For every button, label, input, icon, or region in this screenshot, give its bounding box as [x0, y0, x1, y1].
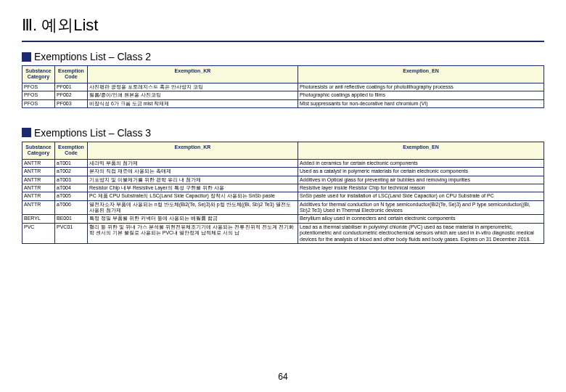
th-code: Exemption Code — [55, 66, 88, 83]
cell-category: PFOS — [22, 91, 55, 99]
th-category: Substance Category — [22, 142, 55, 159]
cell-en: Mist suppressants for non-decorative har… — [298, 99, 544, 107]
cell-category: ANTTR — [22, 168, 55, 176]
cell-en: Resistive layer inside Resistor Chip for… — [298, 184, 544, 192]
cell-code: BE001 — [55, 215, 88, 223]
cell-kr: 기포방지 및 이물제거를 위한 광학 유리 내 첨가제 — [88, 176, 298, 184]
section-class2-title: Exemptions List – Class 2 — [22, 51, 544, 62]
page-title: Ⅲ. 예외List — [22, 15, 544, 36]
cell-en: Photoresists or anti reflective coatings… — [298, 83, 544, 91]
table-row: ANTTRaT006열전자소자 부품에 사용되는 n형 반도체(Bi2(Te, … — [22, 200, 544, 215]
th-kr: Exemption_KR — [88, 66, 298, 83]
cell-category: BERYL — [22, 215, 55, 223]
title-rule — [22, 41, 544, 42]
table-row: ANTTRaT004Resistor Chip 내부 Resistive Lay… — [22, 184, 544, 192]
cell-code: PF001 — [55, 83, 88, 91]
cell-code: aT005 — [55, 192, 88, 200]
cell-en: Added in ceramics for certain electronic… — [298, 159, 544, 167]
cell-kr: 비장식성 6가 크롬 도금 mist 착제제 — [88, 99, 298, 107]
cell-en: Additives for thermal conduction on N ty… — [298, 200, 544, 215]
cell-category: PFOS — [22, 99, 55, 107]
table-row: ANTTRaT001세라믹 부품의 첨가제Added in ceramics f… — [22, 159, 544, 167]
cell-code: aT006 — [55, 200, 88, 215]
cell-kr: 혈리 등 위한 및 위내 가스 분석을 위현전유체조기기에 사용되는 전류 진위… — [88, 223, 298, 243]
cell-en: Used as a catalyst in polymeric material… — [298, 168, 544, 176]
table-row: PFOSPF002필름/종이/인쇄 원본용 사진코팅Photographic c… — [22, 91, 544, 99]
cell-category: ANTTR — [22, 159, 55, 167]
cell-en: Beryllium alloy used in connecters and c… — [298, 215, 544, 223]
th-en: Exemption_EN — [298, 66, 544, 83]
cell-kr: 분자의 직접 재료에 사용되는 촉매제 — [88, 168, 298, 176]
cell-category: ANTTR — [22, 184, 55, 192]
cell-en: Lead as a thermal stabiliser in polyviny… — [298, 223, 544, 243]
cell-code: aT004 — [55, 184, 88, 192]
th-kr: Exemption_KR — [88, 142, 298, 159]
cell-category: ANTTR — [22, 200, 55, 215]
cell-kr: 필름/종이/인쇄 원본용 사진코팅 — [88, 91, 298, 99]
bullet-icon — [22, 128, 31, 137]
cell-en: Photographic coatings applied to films — [298, 91, 544, 99]
section-title-text: Exemptions List – Class 2 — [34, 51, 151, 62]
th-category: Substance Category — [22, 66, 55, 83]
cell-category: PFOS — [22, 83, 55, 91]
cell-code: PF002 — [55, 91, 88, 99]
cell-code: PF003 — [55, 99, 88, 107]
cell-en: Additives in Optical glass for preventin… — [298, 176, 544, 184]
cell-kr: PC 제품 CPU Substrate의 LSC(Land Side Capac… — [88, 192, 298, 200]
table-row: PVCPVC01혈리 등 위한 및 위내 가스 분석을 위현전유체조기기에 사용… — [22, 223, 544, 243]
page-number: 64 — [0, 372, 566, 382]
cell-category: PVC — [22, 223, 55, 243]
exemptions-table-class2: Substance Category Exemption Code Exempt… — [22, 65, 544, 108]
cell-kr: 열전자소자 부품에 사용되는 n형 반도체(Bi2(Te, Se)3)와 p형 … — [88, 200, 298, 215]
table-row: ANTTRaT005PC 제품 CPU Substrate의 LSC(Land … — [22, 192, 544, 200]
section-class3-title: Exemptions List – Class 3 — [22, 127, 544, 139]
cell-en: SnSb paste used for installation of LSC(… — [298, 192, 544, 200]
cell-kr: 사진평판 공정용 포토레지스트 혹은 반사방지 코팅 — [88, 83, 298, 91]
table-row: ANTTRaT003기포방지 및 이물제거를 위한 광학 유리 내 첨가제Add… — [22, 176, 544, 184]
exemptions-table-class3: Substance Category Exemption Code Exempt… — [22, 142, 544, 244]
cell-category: ANTTR — [22, 192, 55, 200]
cell-kr: 세라믹 부품의 첨가제 — [88, 159, 298, 167]
cell-category: ANTTR — [22, 176, 55, 184]
table-row: PFOSPF003비장식성 6가 크롬 도금 mist 착제제Mist supp… — [22, 99, 544, 107]
th-code: Exemption Code — [55, 142, 88, 159]
th-en: Exemption_EN — [298, 142, 544, 159]
cell-code: aT001 — [55, 159, 88, 167]
cell-kr: Resistor Chip 내부 Resistive Layer의 특성 구현을… — [88, 184, 298, 192]
cell-code: aT002 — [55, 168, 88, 176]
table-row: PFOSPF001사진평판 공정용 포토레지스트 혹은 반사방지 코팅Photo… — [22, 83, 544, 91]
table-row: ANTTRaT002분자의 직접 재료에 사용되는 촉매제Used as a c… — [22, 168, 544, 176]
bullet-icon — [22, 52, 31, 62]
section-title-text: Exemptions List – Class 3 — [34, 127, 151, 139]
cell-kr: 특정 정밀 부품을 위한 커넥터 등에 사용되는 베릴륨 합금 — [88, 215, 298, 223]
cell-code: PVC01 — [55, 223, 88, 243]
cell-code: aT003 — [55, 176, 88, 184]
table-row: BERYLBE001특정 정밀 부품을 위한 커넥터 등에 사용되는 베릴륨 합… — [22, 215, 544, 223]
